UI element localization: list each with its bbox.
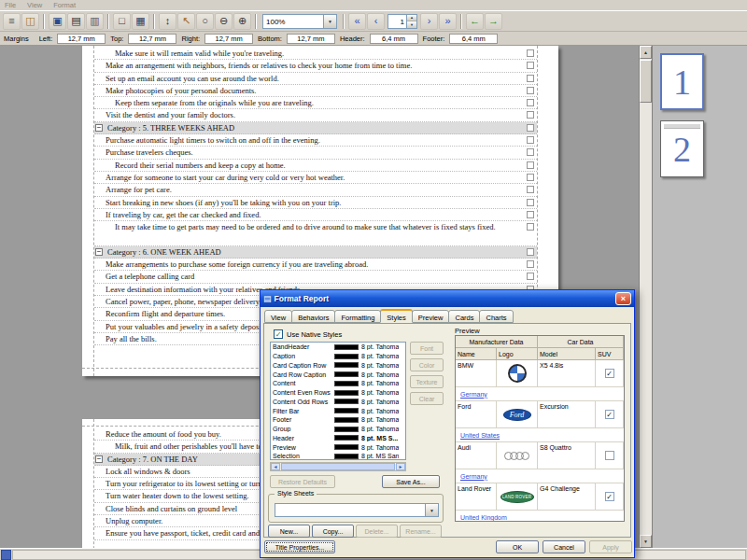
tab-styles[interactable]: Styles xyxy=(380,309,412,323)
style-list-item[interactable]: Header8 pt. MS S... xyxy=(271,434,405,443)
audi-logo-icon xyxy=(504,452,529,460)
style-name: Content Even Rows xyxy=(273,389,334,396)
back-icon: ← xyxy=(470,16,480,26)
vertical-scrollbar[interactable]: ▲ ▼ xyxy=(639,46,652,548)
save-button[interactable]: ▣ xyxy=(49,13,66,30)
style-list-item[interactable]: Filter Bar8 pt. Tahoma xyxy=(271,406,405,415)
tab-charts[interactable]: Charts xyxy=(479,310,513,323)
spin-up-icon[interactable]: ▲ xyxy=(407,15,416,22)
scale-button[interactable]: ↕ xyxy=(159,13,176,30)
cell-logo: LAND ROVER xyxy=(497,483,538,511)
margin-value-footer[interactable]: 6,4 mm xyxy=(449,34,498,44)
menu-item-format[interactable]: Format xyxy=(53,1,76,9)
preview-data-row: FordFordExcursion✓ xyxy=(456,401,624,428)
row-checkbox xyxy=(527,62,534,69)
scrollbar-track[interactable] xyxy=(640,103,652,535)
last-page-button[interactable]: » xyxy=(439,13,457,30)
style-list-item[interactable]: Card Row Caption8 pt. Tahoma xyxy=(271,370,405,379)
style-list-item[interactable]: Content Odd Rows8 pt. Tahoma xyxy=(271,398,405,407)
hscroll-thumb[interactable] xyxy=(281,463,395,470)
menu-item-view[interactable]: View xyxy=(27,1,42,9)
zoom-out-button[interactable]: ⊖ xyxy=(215,13,233,30)
tab-view[interactable]: View xyxy=(264,310,292,323)
style-list-item[interactable]: Content Even Rows8 pt. Tahoma xyxy=(271,388,405,398)
margin-value-left[interactable]: 12,7 mm xyxy=(57,34,106,44)
scroll-up-icon[interactable]: ▲ xyxy=(640,46,652,59)
style-list-item[interactable]: Footer8 pt. Tahoma xyxy=(271,415,405,425)
forward-button[interactable]: → xyxy=(485,13,502,30)
row-text: Set up an email account you can use arou… xyxy=(94,73,537,85)
scrollbar-thumb[interactable] xyxy=(640,60,652,103)
row-text: Make arrangements to purchase some forei… xyxy=(94,259,537,271)
checklist-row: Start breaking in new shoes (if any) you… xyxy=(94,197,537,209)
page-spinner: ▲▼ xyxy=(406,15,416,28)
print-button[interactable]: ▤ xyxy=(67,13,85,30)
header-footer-button[interactable]: ▦ xyxy=(132,13,149,30)
save-as-button[interactable]: Save As... xyxy=(382,475,440,488)
back-button[interactable]: ← xyxy=(466,13,484,30)
margin-value-right[interactable]: 12,7 mm xyxy=(204,34,253,44)
preview-data-row: Land RoverLAND ROVERG4 Challenge✓ xyxy=(456,483,624,511)
apply-button: Apply xyxy=(589,540,632,553)
style-list-item[interactable]: Card Caption Row8 pt. Tahoma xyxy=(271,361,405,371)
use-native-styles-checkbox[interactable]: ✓ xyxy=(274,329,283,339)
style-list-item[interactable]: BandHeader8 pt. Tahoma xyxy=(271,343,405,352)
copy-button[interactable]: Copy... xyxy=(312,525,354,538)
next-page-button[interactable]: › xyxy=(420,13,438,30)
cell-suv: ✓ xyxy=(596,401,624,428)
use-native-styles-row[interactable]: ✓ Use Native Styles xyxy=(274,329,342,339)
style-list-item[interactable]: Preview8 pt. Tahoma xyxy=(271,442,405,452)
styles-list-hscrollbar[interactable]: ◄ ► xyxy=(270,462,406,471)
band-header-cell: Manufacturer Data xyxy=(456,336,538,348)
margin-label-top: Top: xyxy=(110,35,123,43)
hscroll-left-icon[interactable]: ◄ xyxy=(271,463,280,470)
style-sheets-combobox[interactable]: ▼ xyxy=(275,503,439,517)
zoom-combobox[interactable]: 100%▼ xyxy=(262,14,337,29)
margin-value-header[interactable]: 6,4 mm xyxy=(370,34,418,44)
tab-formatting[interactable]: Formatting xyxy=(334,310,381,323)
styles-list[interactable]: BandHeader8 pt. TahomaCaption8 pt. Tahom… xyxy=(270,342,406,460)
page-thumbnail-2[interactable]: 2 xyxy=(660,120,704,177)
scroll-down-icon[interactable]: ▼ xyxy=(640,535,652,548)
hscroll-right-icon[interactable]: ► xyxy=(396,463,405,470)
new-button[interactable]: New... xyxy=(268,525,310,538)
checklist-row: Keep them separate from the originals wh… xyxy=(94,97,537,109)
hand-tool-button[interactable]: ↖ xyxy=(177,13,195,30)
pan-grip[interactable] xyxy=(1,550,11,560)
dialog-titlebar[interactable]: ▤ Format Report × xyxy=(261,290,634,307)
quick-print-button[interactable]: ▥ xyxy=(86,13,104,30)
tab-behaviors[interactable]: Behaviors xyxy=(291,310,335,323)
toolbar-separator xyxy=(460,14,462,29)
prev-page-button[interactable]: ‹ xyxy=(367,13,385,30)
close-icon[interactable]: × xyxy=(615,292,631,305)
customize-button[interactable]: ≡ xyxy=(3,13,21,30)
style-list-item[interactable]: Content8 pt. Tahoma xyxy=(271,379,405,388)
delete-button: Delete... xyxy=(356,525,398,538)
cancel-button[interactable]: Cancel xyxy=(543,540,585,553)
zoom-in-button[interactable]: ⊕ xyxy=(233,13,251,30)
margin-value-bottom[interactable]: 12,7 mm xyxy=(287,34,335,44)
spin-down-icon[interactable]: ▼ xyxy=(407,21,416,28)
menu-item-file[interactable]: File xyxy=(5,1,16,9)
style-list-item[interactable]: Group8 pt. Tahoma xyxy=(271,425,405,434)
toolbar-separator xyxy=(43,14,45,29)
page-setup-button[interactable]: □ xyxy=(113,13,131,30)
row-text: Get a telephone calling card xyxy=(94,271,537,283)
landrover-logo-icon: LAND ROVER xyxy=(500,491,534,503)
page-number-input[interactable]: 1▲▼ xyxy=(388,14,417,29)
magnifier-button[interactable]: ○ xyxy=(196,13,214,30)
margin-value-top[interactable]: 12,7 mm xyxy=(128,34,176,44)
open-button[interactable]: ◫ xyxy=(21,13,39,30)
zoom-dropdown-icon[interactable]: ▼ xyxy=(323,15,336,28)
row-checkbox xyxy=(527,260,534,268)
style-sheets-dropdown-icon[interactable]: ▼ xyxy=(425,504,438,516)
page-thumbnail-1[interactable]: 1 xyxy=(660,53,704,110)
style-list-item[interactable]: Selection8 pt. MS San xyxy=(271,452,405,460)
tab-cards[interactable]: Cards xyxy=(448,310,480,323)
tab-preview[interactable]: Preview xyxy=(412,310,450,323)
first-page-button[interactable]: « xyxy=(348,13,366,30)
report-icon: ▤ xyxy=(263,295,272,303)
title-properties-button[interactable]: Title Properties... xyxy=(264,540,335,553)
style-list-item[interactable]: Caption8 pt. Tahoma xyxy=(271,352,405,361)
ok-button[interactable]: OK xyxy=(496,540,539,553)
